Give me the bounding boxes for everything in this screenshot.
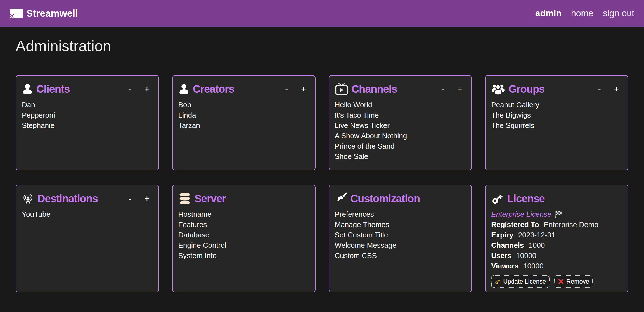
- remove-clients-button[interactable]: -: [129, 85, 131, 94]
- list-item[interactable]: Features: [178, 220, 309, 230]
- license-field-expiry: Expiry2023-12-31: [491, 230, 622, 240]
- top-bar: Streamwell adminhomesign out: [0, 0, 644, 27]
- update-license-button[interactable]: Update License: [491, 275, 550, 288]
- license-field-value: 10000: [523, 262, 543, 270]
- card-header-channels: Channels-+: [335, 83, 466, 95]
- license-field-value: Enterprise Demo: [544, 220, 598, 229]
- people-icon: [491, 83, 505, 95]
- card-list-destinations: YouTube: [22, 209, 153, 220]
- add-groups-button[interactable]: +: [614, 85, 619, 94]
- list-item[interactable]: Linda: [178, 110, 309, 120]
- license-field-label: Users: [491, 251, 511, 260]
- list-item[interactable]: Shoe Sale: [335, 151, 466, 162]
- card-title-clients: Clients: [36, 83, 70, 95]
- card-header-license: License: [491, 192, 622, 205]
- list-item[interactable]: Hostname: [178, 209, 309, 220]
- page-title: Administration: [16, 37, 628, 54]
- counter-buttons-channels: -+: [442, 85, 466, 94]
- license-field-label: Viewers: [491, 262, 518, 270]
- counter-buttons-creators: -+: [285, 85, 309, 94]
- card-destinations: Destinations-+YouTube: [16, 185, 159, 292]
- list-item[interactable]: A Show About Nothing: [335, 131, 466, 141]
- card-clients: Clients-+DanPepperoniStephanie: [16, 75, 159, 170]
- add-clients-button[interactable]: +: [145, 85, 150, 94]
- list-item[interactable]: Tarzan: [178, 120, 309, 131]
- card-customization: CustomizationPreferencesManage ThemesSet…: [329, 185, 472, 292]
- list-item[interactable]: Set Custom Title: [335, 230, 466, 240]
- counter-buttons-destinations: -+: [129, 194, 153, 203]
- license-field-registered-to: Registered ToEnterprise Demo: [491, 220, 622, 230]
- card-list-creators: BobLindaTarzan: [178, 100, 309, 131]
- list-item[interactable]: System Info: [178, 251, 309, 261]
- card-channels: Channels-+Hello WorldIt's Taco TimeLive …: [329, 75, 472, 170]
- card-title-license: License: [507, 193, 545, 205]
- cast-icon: [10, 8, 23, 19]
- key-icon: [491, 192, 504, 205]
- card-title-customization: Customization: [351, 193, 420, 205]
- brand-name: Streamwell: [26, 8, 78, 19]
- card-header-server: Server: [178, 192, 309, 205]
- remove-creators-button[interactable]: -: [285, 85, 288, 94]
- list-item[interactable]: Stephanie: [22, 120, 153, 131]
- remove-groups-button[interactable]: -: [598, 85, 601, 94]
- paintbrush-icon: [335, 192, 347, 205]
- broadcast-tower-icon: [22, 192, 34, 205]
- top-nav: adminhomesign out: [535, 8, 634, 18]
- list-item[interactable]: The Bigwigs: [491, 110, 622, 120]
- list-item[interactable]: Custom CSS: [335, 251, 466, 261]
- card-license: LicenseEnterprise LicenseRegistered ToEn…: [485, 185, 628, 292]
- card-list-groups: Peanut GalleryThe BigwigsThe Squirrels: [491, 100, 622, 131]
- license-field-label: Registered To: [491, 220, 539, 229]
- brand[interactable]: Streamwell: [10, 8, 78, 19]
- main-content: Administration Clients-+DanPepperoniStep…: [0, 37, 644, 292]
- card-title-server: Server: [195, 193, 226, 205]
- nav-admin[interactable]: admin: [535, 8, 562, 18]
- card-server: ServerHostnameFeaturesDatabaseEngine Con…: [172, 185, 316, 292]
- license-field-value: 1000: [529, 241, 545, 249]
- license-field-label: Channels: [491, 241, 524, 249]
- license-field-value: 10000: [516, 251, 536, 260]
- list-item[interactable]: Bob: [178, 100, 309, 110]
- list-item[interactable]: Engine Control: [178, 240, 309, 251]
- remove-destinations-button[interactable]: -: [129, 194, 131, 203]
- add-destinations-button[interactable]: +: [145, 194, 150, 203]
- remove-channels-button[interactable]: -: [442, 85, 444, 94]
- list-item[interactable]: YouTube: [22, 209, 153, 220]
- nav-sign-out[interactable]: sign out: [603, 8, 634, 18]
- license-field-label: Expiry: [491, 231, 513, 239]
- gold-key-icon: [495, 278, 501, 285]
- card-list-clients: DanPepperoniStephanie: [22, 100, 153, 131]
- list-item[interactable]: It's Taco Time: [335, 110, 466, 120]
- list-item[interactable]: Prince of the Sand: [335, 141, 466, 151]
- add-creators-button[interactable]: +: [301, 85, 306, 94]
- list-item[interactable]: Preferences: [335, 209, 466, 220]
- card-list-server: HostnameFeaturesDatabaseEngine ControlSy…: [178, 209, 309, 261]
- license-field-viewers: Viewers10000: [491, 261, 622, 271]
- add-channels-button[interactable]: +: [457, 85, 462, 94]
- counter-buttons-clients: -+: [129, 85, 153, 94]
- list-item[interactable]: Pepperoni: [22, 110, 153, 120]
- red-x-icon: [558, 278, 564, 285]
- card-header-creators: Creators-+: [178, 83, 309, 95]
- license-button-label: Update License: [503, 278, 546, 285]
- card-header-groups: Groups-+: [491, 83, 622, 95]
- list-item[interactable]: Hello World: [335, 100, 466, 110]
- list-item[interactable]: Dan: [22, 100, 153, 110]
- tv-icon: [335, 83, 348, 95]
- list-item[interactable]: The Squirrels: [491, 120, 622, 131]
- card-title-channels: Channels: [352, 83, 397, 95]
- list-item[interactable]: Welcome Message: [335, 240, 466, 251]
- card-groups: Groups-+Peanut GalleryThe BigwigsThe Squ…: [485, 75, 628, 170]
- list-item[interactable]: Peanut Gallery: [491, 100, 622, 110]
- nav-home[interactable]: home: [571, 8, 593, 18]
- card-header-customization: Customization: [335, 192, 466, 205]
- counter-buttons-groups: -+: [598, 85, 622, 94]
- list-item[interactable]: Database: [178, 230, 309, 240]
- card-title-groups: Groups: [508, 83, 544, 95]
- license-field-channels: Channels1000: [491, 240, 622, 251]
- list-item[interactable]: Manage Themes: [335, 220, 466, 230]
- list-item[interactable]: Live News Ticker: [335, 120, 466, 131]
- license-actions: Update LicenseRemove: [491, 275, 622, 288]
- license-button-label: Remove: [566, 278, 589, 285]
- remove-button[interactable]: Remove: [554, 275, 593, 288]
